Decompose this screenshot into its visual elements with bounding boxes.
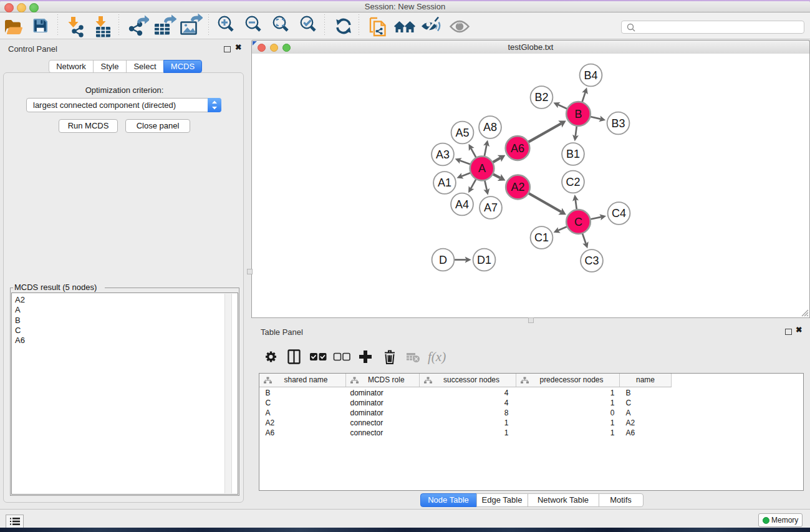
- svg-text:A2: A2: [511, 181, 524, 193]
- svg-text:A6: A6: [511, 142, 524, 155]
- svg-text:C2: C2: [566, 176, 580, 188]
- svg-text:A7: A7: [484, 201, 498, 214]
- svg-text:B3: B3: [611, 117, 625, 130]
- svg-text:B1: B1: [566, 148, 580, 160]
- svg-text:A1: A1: [438, 177, 451, 189]
- svg-text:A: A: [478, 162, 486, 175]
- svg-text:C: C: [574, 216, 582, 228]
- svg-text:A4: A4: [455, 198, 469, 211]
- svg-text:D: D: [439, 254, 447, 266]
- svg-text:B2: B2: [534, 91, 548, 104]
- svg-text:A5: A5: [455, 127, 469, 139]
- svg-text:C1: C1: [534, 231, 549, 244]
- svg-text:C4: C4: [612, 207, 626, 220]
- svg-text:B: B: [574, 108, 582, 120]
- svg-text:C3: C3: [584, 254, 599, 267]
- svg-text:D1: D1: [477, 254, 491, 266]
- svg-text:A3: A3: [436, 148, 450, 161]
- svg-text:A8: A8: [483, 121, 497, 133]
- svg-text:B4: B4: [584, 69, 597, 82]
